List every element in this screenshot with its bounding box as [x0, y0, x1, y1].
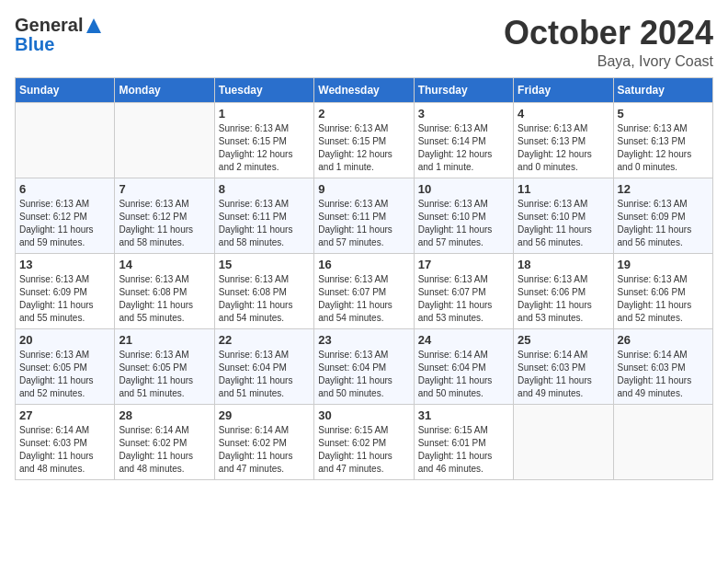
calendar-cell [115, 102, 214, 178]
header: General Blue October 2024 Baya, Ivory Co… [15, 15, 713, 70]
weekday-header-thursday: Thursday [414, 77, 513, 102]
calendar-cell: 23Sunrise: 6:13 AMSunset: 6:04 PMDayligh… [314, 328, 414, 404]
day-number: 4 [518, 107, 609, 121]
cell-text: Sunrise: 6:13 AMSunset: 6:15 PMDaylight:… [318, 122, 409, 174]
logo-general-text: General [15, 15, 83, 36]
calendar-cell: 27Sunrise: 6:14 AMSunset: 6:03 PMDayligh… [16, 404, 115, 479]
cell-text: Sunrise: 6:13 AMSunset: 6:09 PMDaylight:… [19, 273, 110, 325]
weekday-header-monday: Monday [115, 77, 214, 102]
cell-text: Sunrise: 6:13 AMSunset: 6:06 PMDaylight:… [518, 273, 609, 325]
calendar-cell: 19Sunrise: 6:13 AMSunset: 6:06 PMDayligh… [613, 253, 712, 328]
calendar-week-row: 6Sunrise: 6:13 AMSunset: 6:12 PMDaylight… [16, 178, 713, 253]
day-number: 24 [418, 333, 509, 347]
calendar-week-row: 13Sunrise: 6:13 AMSunset: 6:09 PMDayligh… [16, 253, 713, 328]
day-number: 6 [19, 182, 110, 196]
cell-text: Sunrise: 6:14 AMSunset: 6:02 PMDaylight:… [219, 424, 310, 476]
day-number: 13 [19, 258, 110, 271]
cell-text: Sunrise: 6:13 AMSunset: 6:09 PMDaylight:… [618, 198, 709, 249]
day-number: 11 [518, 182, 609, 196]
calendar-cell: 25Sunrise: 6:14 AMSunset: 6:03 PMDayligh… [514, 328, 613, 404]
cell-text: Sunrise: 6:14 AMSunset: 6:03 PMDaylight:… [618, 349, 709, 400]
calendar-week-row: 27Sunrise: 6:14 AMSunset: 6:03 PMDayligh… [16, 404, 713, 479]
day-number: 2 [318, 107, 409, 121]
calendar-cell: 7Sunrise: 6:13 AMSunset: 6:12 PMDaylight… [115, 178, 214, 253]
calendar-cell: 11Sunrise: 6:13 AMSunset: 6:10 PMDayligh… [514, 178, 613, 253]
weekday-header-wednesday: Wednesday [314, 77, 414, 102]
day-number: 30 [318, 408, 409, 422]
day-number: 26 [618, 333, 709, 347]
cell-text: Sunrise: 6:13 AMSunset: 6:08 PMDaylight:… [119, 273, 210, 325]
day-number: 23 [318, 333, 409, 347]
cell-text: Sunrise: 6:13 AMSunset: 6:07 PMDaylight:… [418, 273, 509, 325]
calendar-cell: 14Sunrise: 6:13 AMSunset: 6:08 PMDayligh… [115, 253, 214, 328]
cell-text: Sunrise: 6:13 AMSunset: 6:04 PMDaylight:… [219, 349, 310, 400]
day-number: 7 [119, 182, 210, 196]
cell-text: Sunrise: 6:13 AMSunset: 6:11 PMDaylight:… [219, 198, 310, 249]
cell-text: Sunrise: 6:13 AMSunset: 6:12 PMDaylight:… [119, 198, 210, 249]
day-number: 16 [318, 258, 409, 271]
calendar-cell: 15Sunrise: 6:13 AMSunset: 6:08 PMDayligh… [214, 253, 313, 328]
cell-text: Sunrise: 6:15 AMSunset: 6:01 PMDaylight:… [418, 424, 509, 476]
calendar-cell: 28Sunrise: 6:14 AMSunset: 6:02 PMDayligh… [115, 404, 214, 479]
day-number: 31 [418, 408, 509, 422]
cell-text: Sunrise: 6:14 AMSunset: 6:03 PMDaylight:… [518, 349, 609, 400]
weekday-header-row: SundayMondayTuesdayWednesdayThursdayFrid… [16, 77, 713, 102]
day-number: 28 [119, 408, 210, 422]
cell-text: Sunrise: 6:13 AMSunset: 6:04 PMDaylight:… [318, 349, 409, 400]
weekday-header-tuesday: Tuesday [214, 77, 313, 102]
title-area: October 2024 Baya, Ivory Coast [504, 15, 713, 70]
calendar-cell: 9Sunrise: 6:13 AMSunset: 6:11 PMDaylight… [314, 178, 414, 253]
calendar-cell: 18Sunrise: 6:13 AMSunset: 6:06 PMDayligh… [514, 253, 613, 328]
cell-text: Sunrise: 6:13 AMSunset: 6:07 PMDaylight:… [318, 273, 409, 325]
calendar-cell [16, 102, 115, 178]
day-number: 10 [418, 182, 509, 196]
svg-marker-0 [86, 18, 101, 33]
cell-text: Sunrise: 6:13 AMSunset: 6:10 PMDaylight:… [518, 198, 609, 249]
calendar-cell: 22Sunrise: 6:13 AMSunset: 6:04 PMDayligh… [214, 328, 313, 404]
cell-text: Sunrise: 6:15 AMSunset: 6:02 PMDaylight:… [318, 424, 409, 476]
calendar-cell: 29Sunrise: 6:14 AMSunset: 6:02 PMDayligh… [214, 404, 313, 479]
day-number: 14 [119, 258, 210, 271]
calendar-cell: 13Sunrise: 6:13 AMSunset: 6:09 PMDayligh… [16, 253, 115, 328]
calendar-cell: 1Sunrise: 6:13 AMSunset: 6:15 PMDaylight… [214, 102, 313, 178]
calendar-cell: 16Sunrise: 6:13 AMSunset: 6:07 PMDayligh… [314, 253, 414, 328]
logo-icon [85, 17, 103, 35]
day-number: 8 [219, 182, 310, 196]
cell-text: Sunrise: 6:13 AMSunset: 6:05 PMDaylight:… [19, 349, 110, 400]
logo-blue-text: Blue [15, 34, 54, 55]
calendar-cell: 3Sunrise: 6:13 AMSunset: 6:14 PMDaylight… [414, 102, 513, 178]
day-number: 9 [318, 182, 409, 196]
weekday-header-sunday: Sunday [16, 77, 115, 102]
cell-text: Sunrise: 6:14 AMSunset: 6:04 PMDaylight:… [418, 349, 509, 400]
day-number: 12 [618, 182, 709, 196]
day-number: 17 [418, 258, 509, 271]
cell-text: Sunrise: 6:13 AMSunset: 6:15 PMDaylight:… [219, 122, 310, 174]
cell-text: Sunrise: 6:14 AMSunset: 6:02 PMDaylight:… [119, 424, 210, 476]
cell-text: Sunrise: 6:13 AMSunset: 6:13 PMDaylight:… [518, 122, 609, 174]
calendar-cell: 6Sunrise: 6:13 AMSunset: 6:12 PMDaylight… [16, 178, 115, 253]
calendar-cell: 8Sunrise: 6:13 AMSunset: 6:11 PMDaylight… [214, 178, 313, 253]
calendar-cell: 24Sunrise: 6:14 AMSunset: 6:04 PMDayligh… [414, 328, 513, 404]
calendar-cell: 2Sunrise: 6:13 AMSunset: 6:15 PMDaylight… [314, 102, 414, 178]
logo: General Blue [15, 15, 105, 55]
calendar-week-row: 20Sunrise: 6:13 AMSunset: 6:05 PMDayligh… [16, 328, 713, 404]
cell-text: Sunrise: 6:13 AMSunset: 6:06 PMDaylight:… [618, 273, 709, 325]
month-title: October 2024 [504, 15, 713, 52]
calendar-cell: 5Sunrise: 6:13 AMSunset: 6:13 PMDaylight… [613, 102, 712, 178]
day-number: 22 [219, 333, 310, 347]
cell-text: Sunrise: 6:13 AMSunset: 6:13 PMDaylight:… [618, 122, 709, 174]
calendar-cell: 21Sunrise: 6:13 AMSunset: 6:05 PMDayligh… [115, 328, 214, 404]
cell-text: Sunrise: 6:13 AMSunset: 6:11 PMDaylight:… [318, 198, 409, 249]
calendar-cell: 26Sunrise: 6:14 AMSunset: 6:03 PMDayligh… [613, 328, 712, 404]
calendar-cell: 31Sunrise: 6:15 AMSunset: 6:01 PMDayligh… [414, 404, 513, 479]
day-number: 1 [219, 107, 310, 121]
calendar-table: SundayMondayTuesdayWednesdayThursdayFrid… [15, 77, 713, 480]
weekday-header-friday: Friday [514, 77, 613, 102]
calendar-cell: 10Sunrise: 6:13 AMSunset: 6:10 PMDayligh… [414, 178, 513, 253]
cell-text: Sunrise: 6:13 AMSunset: 6:05 PMDaylight:… [119, 349, 210, 400]
weekday-header-saturday: Saturday [613, 77, 712, 102]
day-number: 25 [518, 333, 609, 347]
calendar-cell [613, 404, 712, 479]
cell-text: Sunrise: 6:13 AMSunset: 6:12 PMDaylight:… [19, 198, 110, 249]
cell-text: Sunrise: 6:13 AMSunset: 6:14 PMDaylight:… [418, 122, 509, 174]
